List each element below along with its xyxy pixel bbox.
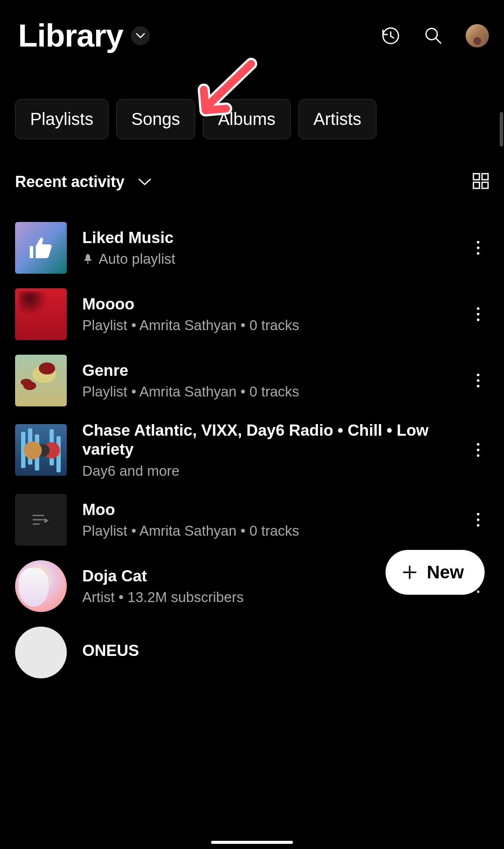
list-item[interactable]: Moooo Playlist • Amrita Sathyan • 0 trac… [15,281,489,347]
list-item-body: Liked Music Auto playlist [67,228,467,267]
more-vertical-icon [477,241,479,255]
svg-rect-6 [482,182,488,188]
list-item-subtitle: Auto playlist [82,251,467,267]
playlist-icon [32,514,50,526]
list-item[interactable]: Moo Playlist • Amrita Sathyan • 0 tracks [15,487,489,553]
list-item[interactable]: ONEUS [15,619,489,686]
list-item-title: ONEUS [82,641,489,660]
more-menu-button[interactable] [467,299,489,329]
scrollbar[interactable] [500,112,503,147]
new-button[interactable]: New [386,550,485,595]
search-icon [423,26,443,46]
thumbnail [15,494,67,546]
list-item[interactable]: Genre Playlist • Amrita Sathyan • 0 trac… [15,347,489,414]
thumbnail [15,288,67,340]
pin-icon [82,253,93,265]
svg-rect-4 [482,174,488,180]
chevron-down-icon [137,178,152,186]
thumbnail-liked-music [15,222,67,274]
more-menu-button[interactable] [467,365,489,396]
plus-icon [401,564,418,581]
grid-icon [473,173,489,189]
home-indicator [211,841,293,844]
header: Library [0,0,504,62]
sort-row: Recent activity [0,173,504,191]
list-item-title: Moo [82,500,467,519]
list-item-body: Moo Playlist • Amrita Sathyan • 0 tracks [67,500,467,539]
more-vertical-icon [477,443,479,457]
more-vertical-icon [477,374,479,387]
list-item-body: ONEUS [67,641,489,664]
avatar[interactable] [466,24,489,47]
sort-label[interactable]: Recent activity [15,173,124,191]
history-button[interactable] [375,21,405,51]
more-menu-button[interactable] [467,233,489,263]
list-item-subtitle: Playlist • Amrita Sathyan • 0 tracks [82,523,467,539]
more-menu-button[interactable] [467,435,489,465]
svg-line-2 [436,38,441,43]
library-list: Liked Music Auto playlist Moooo Playlist… [0,215,504,686]
more-vertical-icon [477,307,479,321]
thumbnail-artist [15,560,67,612]
thumbnail [15,355,67,406]
chevron-down-icon [136,33,145,39]
grid-view-button[interactable] [473,173,489,191]
new-button-label: New [427,562,464,583]
history-icon [380,26,400,46]
more-vertical-icon [477,513,479,527]
list-item[interactable]: Chase Atlantic, VIXX, Day6 Radio • Chill… [15,414,489,487]
list-item-title: Genre [82,361,467,380]
list-item-body: Genre Playlist • Amrita Sathyan • 0 trac… [67,361,467,400]
list-item-subtitle-text: Auto playlist [99,251,175,267]
list-item-title: Liked Music [82,228,467,247]
chip-artists[interactable]: Artists [299,99,376,139]
list-item-subtitle: Playlist • Amrita Sathyan • 0 tracks [82,317,467,334]
list-item-title: Chase Atlantic, VIXX, Day6 Radio • Chill… [82,421,467,459]
thumbnail [15,424,67,476]
filter-chips: Playlists Songs Albums Artists [0,99,504,139]
list-item-title: Moooo [82,295,467,314]
svg-rect-5 [473,182,479,188]
sort-dropdown-button[interactable] [137,178,152,186]
list-item-subtitle: Playlist • Amrita Sathyan • 0 tracks [82,384,467,400]
page-title: Library [18,17,123,54]
more-menu-button[interactable] [467,505,489,535]
chip-albums[interactable]: Albums [203,99,290,139]
chip-playlists[interactable]: Playlists [15,99,109,139]
chip-songs[interactable]: Songs [116,99,195,139]
list-item-body: Chase Atlantic, VIXX, Day6 Radio • Chill… [67,421,467,479]
search-button[interactable] [418,21,448,51]
list-item-body: Moooo Playlist • Amrita Sathyan • 0 trac… [67,295,467,334]
thumb-up-icon [27,234,55,262]
thumbnail-artist [15,627,67,678]
svg-rect-3 [473,174,479,180]
list-item[interactable]: Liked Music Auto playlist [15,215,489,281]
list-item-subtitle: Day6 and more [82,463,467,479]
title-dropdown-button[interactable] [131,26,150,45]
